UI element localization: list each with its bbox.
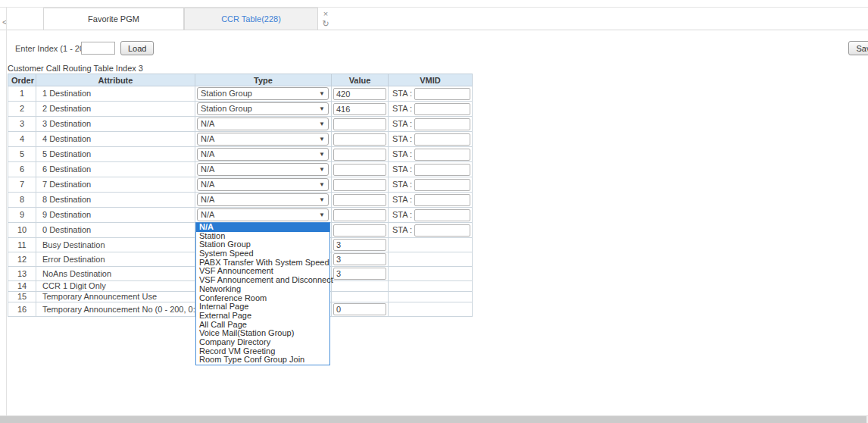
type-cell: N/A ▼ [195, 177, 332, 193]
index-input[interactable] [81, 42, 115, 55]
type-select[interactable]: Station Group ▼ [197, 102, 329, 115]
type-select[interactable]: Station Group ▼ [197, 87, 329, 100]
attribute-cell: 0 Destination [36, 223, 195, 238]
dropdown-option[interactable]: Networking [196, 285, 329, 294]
value-input[interactable] [333, 224, 386, 237]
value-input[interactable] [333, 239, 386, 251]
attribute-cell: 2 Destination [36, 102, 195, 117]
order-cell: 2 [8, 102, 36, 117]
value-input[interactable] [333, 149, 386, 161]
table-row: 3 3 Destination N/A ▼ STA : [8, 117, 473, 132]
panel-left-border [6, 7, 7, 416]
table-row: 1 1 Destination Station Group ▼ STA : [8, 86, 473, 102]
vmid-label: STA : [392, 104, 412, 114]
attribute-cell: 1 Destination [36, 86, 195, 102]
attribute-cell: NoAns Destination [36, 267, 195, 281]
vmid-label: STA : [392, 164, 412, 174]
type-select[interactable]: N/A ▼ [197, 148, 329, 161]
vmid-input[interactable] [414, 224, 470, 237]
order-cell: 5 [8, 147, 36, 162]
order-cell: 10 [8, 223, 36, 238]
vmid-label: STA : [392, 195, 412, 205]
close-icon[interactable]: × [323, 9, 328, 19]
value-cell [332, 238, 389, 252]
type-select-label: N/A [201, 195, 214, 205]
chevron-down-icon: ▼ [319, 149, 325, 159]
dropdown-option[interactable]: Company Directory [196, 338, 329, 347]
chevron-down-icon: ▼ [319, 180, 325, 190]
vmid-cell: STA : [389, 208, 473, 223]
dropdown-option[interactable]: Room Type Conf Group Join [196, 356, 329, 365]
vmid-input[interactable] [414, 133, 470, 146]
table-row: 8 8 Destination N/A ▼ STA : [8, 193, 473, 208]
vmid-cell [389, 252, 473, 267]
order-cell: 11 [8, 238, 36, 252]
value-input[interactable] [333, 268, 386, 280]
value-input[interactable] [333, 209, 386, 221]
save-button[interactable]: Save [848, 41, 868, 55]
chevron-down-icon: ▼ [319, 89, 325, 99]
type-select[interactable]: N/A ▼ [197, 208, 329, 221]
type-select[interactable]: N/A ▼ [197, 178, 329, 191]
vmid-group: STA : [389, 193, 472, 207]
vmid-input[interactable] [414, 164, 470, 176]
value-input[interactable] [333, 179, 386, 191]
value-input[interactable] [333, 88, 386, 100]
vmid-group: STA : [389, 163, 472, 177]
dropdown-option[interactable]: N/A [196, 223, 329, 232]
vmid-cell [389, 267, 473, 281]
table-row: 9 9 Destination N/A ▼ STA : [8, 208, 473, 223]
vmid-group: STA : [389, 87, 472, 101]
value-input[interactable] [333, 103, 386, 115]
value-input[interactable] [333, 133, 386, 146]
type-header: Type [195, 74, 332, 86]
attribute-cell: Busy Destination [36, 238, 195, 252]
vmid-input[interactable] [414, 103, 470, 115]
vmid-input[interactable] [414, 149, 470, 161]
vmid-input[interactable] [414, 118, 470, 130]
value-cell [332, 292, 389, 302]
value-input[interactable] [333, 253, 386, 265]
type-cell: N/A ▼ [195, 193, 332, 208]
type-select[interactable]: N/A ▼ [197, 118, 329, 130]
type-select[interactable]: N/A ▼ [197, 193, 329, 206]
value-cell [332, 117, 389, 132]
order-header[interactable]: Order [8, 74, 36, 86]
attribute-cell: 3 Destination [36, 117, 195, 132]
attribute-cell: CCR 1 Digit Only [36, 281, 195, 292]
vmid-group: STA : [389, 208, 472, 222]
value-cell [332, 147, 389, 162]
vmid-label: STA : [392, 149, 412, 159]
vmid-input[interactable] [414, 209, 470, 221]
chevron-down-icon: ▼ [319, 119, 325, 129]
vmid-group: STA : [389, 148, 472, 161]
vmid-input[interactable] [414, 194, 470, 206]
value-cell [332, 208, 389, 223]
vmid-input[interactable] [414, 179, 470, 191]
vmid-cell [389, 281, 473, 292]
type-select[interactable]: N/A ▼ [197, 133, 329, 146]
dropdown-option[interactable]: External Page [196, 312, 329, 321]
value-cell [332, 252, 389, 267]
chevron-down-icon: ▼ [319, 134, 325, 144]
chevron-down-icon: ▼ [319, 104, 325, 114]
value-input[interactable] [333, 164, 386, 176]
tab-ccr-table[interactable]: CCR Table(228) [184, 8, 318, 30]
load-button[interactable]: Load [120, 41, 154, 55]
value-input[interactable] [333, 118, 386, 130]
vmid-cell: STA : [389, 177, 473, 193]
horizontal-scrollbar-thumb[interactable] [0, 416, 866, 423]
refresh-icon[interactable]: ↻ [322, 19, 329, 29]
vmid-header: VMID [389, 74, 473, 86]
order-cell: 14 [8, 281, 36, 292]
type-select[interactable]: N/A ▼ [197, 163, 329, 176]
vmid-cell: STA : [389, 147, 473, 162]
dropdown-option[interactable]: System Speed [196, 249, 329, 258]
tab-favorite-pgm[interactable]: Favorite PGM [43, 8, 184, 30]
value-input[interactable] [333, 194, 386, 206]
type-cell: Station Group ▼ [195, 86, 332, 102]
vmid-input[interactable] [414, 88, 470, 100]
value-input[interactable] [333, 303, 386, 315]
attribute-cell: 8 Destination [36, 193, 195, 208]
type-cell: N/A ▼ [195, 147, 332, 162]
